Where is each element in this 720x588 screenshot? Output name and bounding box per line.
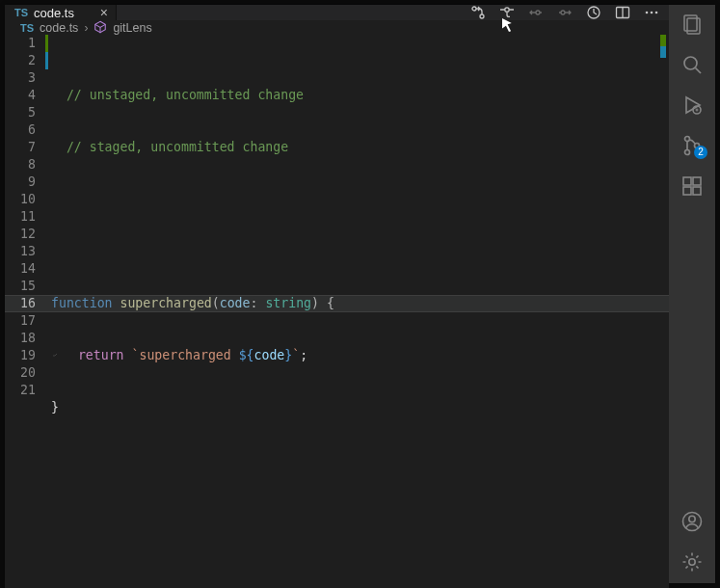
svg-point-22 [689,516,695,521]
svg-point-15 [685,150,690,155]
svg-point-3 [536,11,540,14]
code-content[interactable]: // unstaged, uncommitted change // stage… [51,35,669,588]
run-debug-icon[interactable] [680,94,704,117]
editor-actions [461,5,669,20]
explorer-icon[interactable] [680,13,704,36]
breadcrumb-symbol: gitLens [113,21,151,35]
svg-rect-19 [693,187,701,195]
svg-rect-20 [693,177,701,185]
overview-mark-modified [660,35,666,46]
prev-change-icon[interactable] [528,5,544,20]
more-actions-icon[interactable] [644,5,659,20]
breadcrumb-file: code.ts [40,21,78,35]
next-change-icon[interactable] [557,5,573,20]
chevron-right-icon: › [84,21,88,35]
code-editor[interactable]: 1 2 3 4 5 6 7 8 9 10 11 12 13 14 15 16 1… [5,35,669,588]
settings-gear-icon[interactable] [680,550,704,574]
extensions-icon[interactable] [680,174,704,198]
commit-graph-icon[interactable] [499,5,515,20]
svg-rect-18 [683,187,691,195]
current-line-highlight [5,295,669,312]
svg-point-0 [472,7,476,11]
svg-point-23 [689,559,695,565]
svg-point-7 [646,12,649,14]
compare-changes-icon[interactable] [470,5,486,20]
search-icon[interactable] [680,53,704,76]
editor-main: TS code.ts × TS code.ts › gitLens [5,5,669,583]
svg-point-9 [655,12,658,14]
overview-ruler[interactable] [657,35,669,588]
tab-label: code.ts [34,6,94,20]
toggle-blame-icon[interactable] [586,5,601,20]
split-editor-icon[interactable] [615,5,630,20]
svg-rect-17 [683,177,691,185]
overview-mark-staged [660,46,666,58]
tab-code-ts[interactable]: TS code.ts × [5,5,117,20]
svg-point-1 [480,14,484,18]
source-control-icon[interactable]: 2 [680,134,704,157]
svg-point-12 [684,57,697,69]
close-icon[interactable]: × [100,5,108,20]
scm-badge: 2 [694,146,707,159]
typescript-badge-icon: TS [14,7,28,18]
svg-point-2 [505,8,509,12]
svg-point-8 [651,12,653,14]
symbol-method-icon [93,20,107,35]
editor-window: TS code.ts × TS code.ts › gitLens [5,5,715,583]
indent-guide-icon [51,352,59,360]
tab-bar: TS code.ts × [5,5,669,20]
svg-point-14 [685,137,690,142]
svg-point-4 [561,11,565,14]
typescript-badge-icon: TS [20,22,34,34]
accounts-icon[interactable] [680,510,704,533]
breadcrumb[interactable]: TS code.ts › gitLens [5,20,669,35]
